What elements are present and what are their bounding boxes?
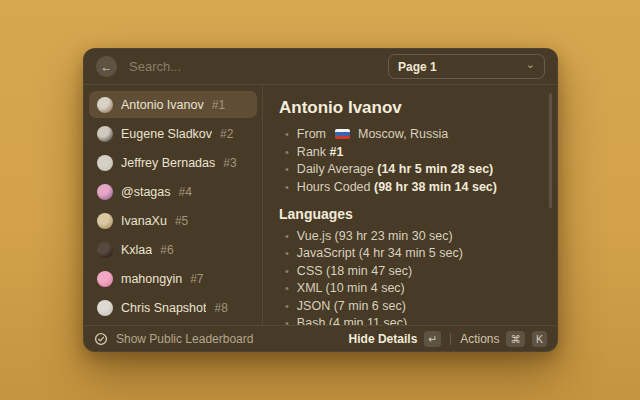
language-item: • JSON (7 min 6 sec) (279, 300, 541, 313)
bullet-icon: • (285, 317, 289, 325)
bullet-icon: • (285, 146, 289, 159)
leaderboard-list-item[interactable]: mahongyin #7 (89, 265, 257, 292)
bullet-icon: • (285, 128, 289, 141)
status-bar: Show Public Leaderboard Hide Details ↵ A… (84, 325, 557, 351)
stat-text: JavaScript (4 hr 34 min 5 sec) (297, 247, 463, 260)
user-name: Antonio Ivanov (121, 98, 204, 112)
user-name: Chris Snapshot (121, 301, 206, 315)
user-rank: #6 (160, 243, 173, 257)
stat-value: #1 (330, 145, 344, 159)
content-area: Antonio Ivanov #1 Eugene Sladkov #2 Jeff… (84, 85, 557, 325)
stat-value: Moscow, Russia (358, 127, 448, 141)
user-rank: #3 (223, 156, 236, 170)
avatar (97, 213, 113, 229)
user-name: IvanaXu (121, 214, 167, 228)
search-input[interactable] (127, 58, 378, 75)
bullet-icon: • (285, 265, 289, 278)
user-rank: #8 (214, 301, 227, 315)
command-palette-window: ← Page 1 ⌄ Antonio Ivanov #1 Eugene Slad… (83, 48, 558, 352)
detail-stat-item: • Hours Coded (98 hr 38 min 14 sec) (279, 181, 541, 194)
enter-key-icon: ↵ (424, 331, 441, 347)
actions-button[interactable]: Actions (460, 332, 499, 346)
detail-title: Antonio Ivanov (279, 98, 541, 118)
back-button[interactable]: ← (96, 56, 117, 77)
back-arrow-icon: ← (101, 61, 113, 73)
language-item: • Vue.js (93 hr 23 min 30 sec) (279, 230, 541, 243)
bullet-icon: • (285, 163, 289, 176)
language-item: • CSS (18 min 47 sec) (279, 265, 541, 278)
user-name: Jeffrey Bernadas (121, 156, 215, 170)
chevron-down-icon: ⌄ (526, 58, 535, 71)
bullet-icon: • (285, 282, 289, 295)
avatar (97, 155, 113, 171)
hide-details-button[interactable]: Hide Details (349, 332, 418, 346)
avatar (97, 271, 113, 287)
russia-flag-icon (335, 129, 350, 139)
languages-list: • Vue.js (93 hr 23 min 30 sec) • JavaScr… (279, 230, 541, 326)
stat-text: Daily Average (14 hr 5 min 28 sec) (297, 163, 493, 176)
user-rank: #7 (190, 272, 203, 286)
detail-stat-item: • Daily Average (14 hr 5 min 28 sec) (279, 163, 541, 176)
avatar (97, 126, 113, 142)
leaderboard-list-item[interactable]: Eugene Sladkov #2 (89, 120, 257, 147)
scrollbar[interactable] (549, 93, 552, 208)
bullet-icon: • (285, 181, 289, 194)
detail-stat-item: • Rank #1 (279, 146, 541, 159)
leaderboard-list-item[interactable]: Antonio Ivanov #1 (89, 91, 257, 118)
user-rank: #2 (220, 127, 233, 141)
user-name: Kxlaa (121, 243, 152, 257)
stat-text: From Moscow, Russia (297, 128, 448, 141)
top-bar: ← Page 1 ⌄ (84, 49, 557, 85)
language-item: • JavaScript (4 hr 34 min 5 sec) (279, 247, 541, 260)
user-name: mahongyin (121, 272, 182, 286)
status-bar-right: Hide Details ↵ Actions ⌘ K (349, 331, 547, 347)
leaderboard-list-item[interactable]: Kxlaa #6 (89, 236, 257, 263)
leaderboard-list-item[interactable]: IvanaXu #5 (89, 207, 257, 234)
page-dropdown-value: Page 1 (398, 60, 437, 74)
stat-text: Vue.js (93 hr 23 min 30 sec) (297, 230, 453, 243)
user-name: @stagas (121, 185, 171, 199)
stat-text: Rank #1 (297, 146, 344, 159)
bullet-icon: • (285, 300, 289, 313)
user-name: Eugene Sladkov (121, 127, 212, 141)
user-rank: #5 (175, 214, 188, 228)
status-bar-left: Show Public Leaderboard (94, 332, 341, 346)
leaderboard-list-item[interactable]: Jeffrey Bernadas #3 (89, 149, 257, 176)
leaderboard-list-item[interactable]: @stagas #4 (89, 178, 257, 205)
divider (450, 333, 451, 345)
detail-panel: Antonio Ivanov • From Moscow, Russia • R… (263, 85, 557, 325)
stat-value: (14 hr 5 min 28 sec) (377, 162, 493, 176)
stat-text: JSON (7 min 6 sec) (297, 300, 406, 313)
avatar (97, 97, 113, 113)
bullet-icon: • (285, 247, 289, 260)
page-dropdown[interactable]: Page 1 ⌄ (388, 54, 545, 79)
user-rank: #1 (212, 98, 225, 112)
languages-heading: Languages (279, 206, 541, 222)
check-circle-icon (94, 332, 108, 346)
stat-text: Bash (4 min 11 sec) (297, 317, 407, 325)
user-rank: #4 (179, 185, 192, 199)
leaderboard-list: Antonio Ivanov #1 Eugene Sladkov #2 Jeff… (84, 85, 263, 325)
language-item: • Bash (4 min 11 sec) (279, 317, 541, 325)
stat-text: Hours Coded (98 hr 38 min 14 sec) (297, 181, 497, 194)
avatar (97, 242, 113, 258)
stat-text: XML (10 min 4 sec) (297, 282, 405, 295)
stat-value: (98 hr 38 min 14 sec) (374, 180, 497, 194)
command-title: Show Public Leaderboard (116, 332, 253, 346)
detail-stat-item: • From Moscow, Russia (279, 128, 541, 141)
cmd-key-icon: ⌘ (506, 331, 525, 347)
stats-list: • From Moscow, Russia • Rank #1 • Daily … (279, 128, 541, 194)
avatar (97, 300, 113, 316)
language-item: • XML (10 min 4 sec) (279, 282, 541, 295)
bullet-icon: • (285, 230, 289, 243)
k-key-icon: K (532, 331, 547, 347)
avatar (97, 184, 113, 200)
stat-text: CSS (18 min 47 sec) (297, 265, 412, 278)
leaderboard-list-item[interactable]: Chris Snapshot #8 (89, 294, 257, 321)
